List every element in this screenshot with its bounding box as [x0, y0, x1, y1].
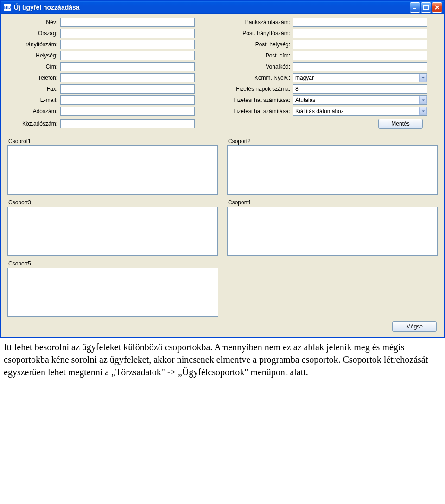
- input-nev[interactable]: [60, 18, 195, 27]
- label-vonalkod: Vonalkód:: [217, 63, 291, 70]
- listbox-group2[interactable]: [227, 145, 438, 195]
- label-koz-adoszam: Köz.adószám:: [6, 120, 58, 127]
- input-adoszam[interactable]: [60, 107, 195, 116]
- input-cim[interactable]: [60, 62, 195, 71]
- cancel-button[interactable]: Mégse: [392, 321, 437, 332]
- maximize-icon: [423, 5, 429, 10]
- label-post-cim: Post. cím:: [217, 52, 291, 59]
- close-icon: [434, 5, 440, 10]
- label-group4: Csoport4: [228, 199, 438, 206]
- input-orszag[interactable]: [60, 29, 195, 38]
- label-post-irsz: Post. Irányítószám:: [217, 30, 291, 37]
- svg-rect-0: [413, 8, 416, 9]
- label-fizetes-napok: Fizetés napok száma:: [217, 86, 291, 92]
- input-telefon[interactable]: [60, 73, 195, 82]
- dialog-window: BD Új ügyfél hozzáadása Név: Bankszámlas…: [0, 0, 445, 338]
- save-button[interactable]: Mentés: [378, 119, 423, 129]
- input-post-irsz[interactable]: [293, 29, 427, 38]
- label-cim: Cím:: [6, 63, 58, 70]
- input-koz-adoszam[interactable]: [60, 119, 195, 128]
- client-area: Név: Bankszámlaszám: Ország: Post. Irány…: [1, 14, 444, 337]
- help-text: Itt lehet besorolni az ügyfeleket különb…: [0, 338, 445, 382]
- label-group2: Csoport2: [228, 138, 438, 145]
- chevron-down-icon[interactable]: [419, 74, 427, 82]
- svg-rect-1: [424, 5, 428, 9]
- app-icon: BD: [4, 4, 11, 11]
- label-fax: Fax:: [6, 86, 58, 92]
- listbox-group3[interactable]: [7, 207, 218, 256]
- combo-fizhat2[interactable]: [293, 107, 427, 116]
- input-helyseg[interactable]: [60, 51, 195, 60]
- label-bankszamla: Bankszámlaszám:: [217, 19, 291, 25]
- input-fax[interactable]: [60, 84, 195, 94]
- input-iranyitoszam[interactable]: [60, 40, 195, 49]
- listbox-group4[interactable]: [227, 207, 438, 256]
- combo-fizhat1[interactable]: [293, 95, 427, 105]
- chevron-down-icon[interactable]: [419, 107, 427, 115]
- close-button[interactable]: [432, 2, 442, 13]
- minimize-icon: [412, 5, 418, 10]
- label-iranyitoszam: Irányítószám:: [6, 41, 58, 48]
- label-telefon: Telefon:: [6, 75, 58, 81]
- maximize-button[interactable]: [421, 2, 431, 13]
- label-email: E-mail:: [6, 97, 58, 103]
- label-adoszam: Adószám:: [6, 108, 58, 114]
- chevron-down-icon[interactable]: [419, 96, 427, 104]
- label-nev: Név:: [6, 19, 58, 25]
- minimize-button[interactable]: [410, 2, 420, 13]
- label-helyseg: Helység:: [6, 52, 58, 59]
- label-group5: Csoport5: [8, 260, 218, 267]
- label-group1: Csoprot1: [8, 138, 218, 145]
- input-fizetes-napok[interactable]: [293, 84, 427, 94]
- input-post-cim[interactable]: [293, 51, 427, 60]
- titlebar: BD Új ügyfél hozzáadása: [1, 1, 444, 14]
- input-email[interactable]: [60, 95, 195, 105]
- label-fizhat2: Fizetési hat számítása:: [217, 108, 291, 114]
- groups-area: Csoprot1 Csoport2 Csoport3 Csoport4: [4, 131, 441, 319]
- label-group3: Csoport3: [8, 199, 218, 206]
- form-grid: Név: Bankszámlaszám: Ország: Post. Irány…: [4, 16, 441, 131]
- label-komm-nyelv: Komm. Nyelv.:: [217, 75, 291, 81]
- window-title: Új ügyfél hozzáadása: [14, 4, 410, 11]
- input-post-helyseg[interactable]: [293, 40, 427, 49]
- input-bankszamla[interactable]: [293, 18, 427, 27]
- listbox-group1[interactable]: [7, 145, 218, 195]
- label-post-helyseg: Post. helység:: [217, 41, 291, 48]
- label-fizhat1: Fizetési hat számítása:: [217, 97, 291, 103]
- input-vonalkod[interactable]: [293, 62, 427, 71]
- label-orszag: Ország:: [6, 30, 58, 37]
- listbox-group5[interactable]: [7, 268, 218, 317]
- combo-komm-nyelv[interactable]: [293, 73, 427, 82]
